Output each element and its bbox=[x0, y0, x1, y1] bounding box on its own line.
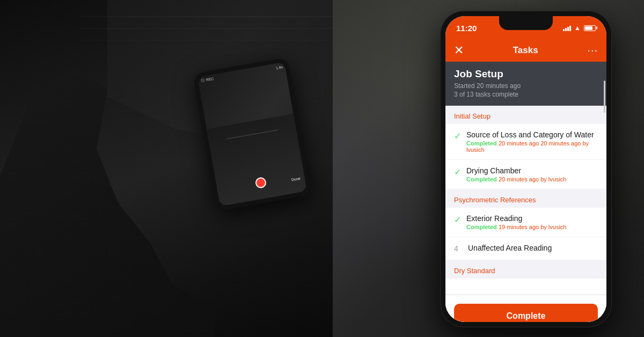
signal-bar-2 bbox=[565, 28, 567, 31]
completed-time-text-1: 20 minutes ago by bbox=[540, 140, 589, 146]
task-status-3: Completed 19 minutes ago by lvusich bbox=[466, 224, 598, 230]
section-title-psychrometric: Psychrometric References bbox=[454, 196, 536, 204]
section-psychrometric: Psychrometric References bbox=[445, 189, 606, 208]
camera-view: ⚫ REC 1.8x Done bbox=[197, 62, 307, 207]
nav-title: Tasks bbox=[513, 45, 538, 56]
camera-indicator: ⚫ REC bbox=[200, 77, 215, 83]
job-started: Started 20 minutes ago bbox=[454, 82, 598, 90]
wifi-icon: ▲ bbox=[574, 24, 581, 32]
section-dry-standard: Dry Standard bbox=[445, 260, 606, 279]
section-initial-setup: Initial Setup bbox=[445, 106, 606, 124]
check-icon-2: ✓ bbox=[454, 167, 461, 177]
status-icons: ▲ bbox=[563, 24, 596, 32]
completed-detail-3: 19 minutes ago by lvusich bbox=[499, 224, 567, 230]
job-title: Job Setup bbox=[454, 68, 598, 80]
dry-standard-content bbox=[445, 279, 606, 295]
task-name-1: Source of Loss and Category of Water bbox=[466, 130, 598, 139]
completed-label-2: Completed bbox=[466, 176, 497, 182]
task-content-3: Exterior Reading Completed 19 minutes ag… bbox=[466, 214, 598, 230]
task-item-4[interactable]: 4 Unaffected Area Reading bbox=[445, 237, 606, 260]
task-name-4: Unaffected Area Reading bbox=[468, 244, 598, 252]
task-name-2: Drying Chamber bbox=[466, 166, 598, 175]
signal-bar-3 bbox=[567, 27, 569, 31]
completed-label-1: Completed bbox=[466, 140, 497, 146]
task-item-3[interactable]: ✓ Exterior Reading Completed 19 minutes … bbox=[445, 208, 606, 237]
scrollbar[interactable] bbox=[604, 80, 605, 113]
task-name-3: Exterior Reading bbox=[466, 214, 598, 223]
complete-button[interactable]: Complete bbox=[454, 304, 598, 322]
signal-bar-1 bbox=[563, 29, 565, 31]
section-title-initial-setup: Initial Setup bbox=[454, 112, 491, 120]
completed-by-1: lvusich bbox=[466, 146, 485, 153]
completed-label-3: Completed bbox=[466, 224, 497, 230]
phone-screen: 11:20 ▲ ✕ Tasks ··· Job Setup bbox=[445, 16, 606, 322]
task-number-4: 4 bbox=[454, 244, 463, 253]
more-button[interactable]: ··· bbox=[587, 44, 598, 56]
section-title-dry-standard: Dry Standard bbox=[454, 267, 495, 275]
complete-button-area: Complete bbox=[445, 295, 606, 322]
task-item-2[interactable]: ✓ Drying Chamber Completed 20 minutes ag… bbox=[445, 160, 606, 189]
close-button[interactable]: ✕ bbox=[454, 45, 464, 56]
task-status-2: Completed 20 minutes ago by lvusich bbox=[466, 176, 598, 182]
battery-icon bbox=[584, 25, 596, 31]
status-time: 11:20 bbox=[456, 24, 477, 33]
task-list: Initial Setup ✓ Source of Loss and Categ… bbox=[445, 106, 606, 322]
job-header: Job Setup Started 20 minutes ago 3 of 13… bbox=[445, 62, 606, 106]
job-progress: 3 of 13 tasks complete bbox=[454, 91, 598, 98]
camera-screen: ⚫ REC 1.8x Done bbox=[197, 62, 307, 207]
battery-fill bbox=[585, 26, 592, 30]
phone-main: 11:20 ▲ ✕ Tasks ··· Job Setup bbox=[440, 11, 612, 327]
nav-bar: ✕ Tasks ··· bbox=[445, 40, 606, 62]
task-content-1: Source of Loss and Category of Water Com… bbox=[466, 130, 598, 153]
camera-zoom: 1.8x bbox=[275, 65, 283, 70]
task-status-1: Completed 20 minutes ago 20 minutes ago … bbox=[466, 140, 598, 153]
signal-icon bbox=[563, 25, 571, 31]
signal-bar-4 bbox=[569, 26, 571, 31]
task-item-1[interactable]: ✓ Source of Loss and Category of Water C… bbox=[445, 124, 606, 160]
phone-notch bbox=[499, 16, 553, 30]
task-content-4: Unaffected Area Reading bbox=[468, 244, 598, 253]
check-icon-3: ✓ bbox=[454, 215, 461, 225]
completed-time-1: 20 minutes ago bbox=[499, 140, 539, 146]
completed-detail-2: 20 minutes ago by lvusich bbox=[499, 176, 567, 182]
task-content-2: Drying Chamber Completed 20 minutes ago … bbox=[466, 166, 598, 182]
check-icon-1: ✓ bbox=[454, 131, 461, 141]
